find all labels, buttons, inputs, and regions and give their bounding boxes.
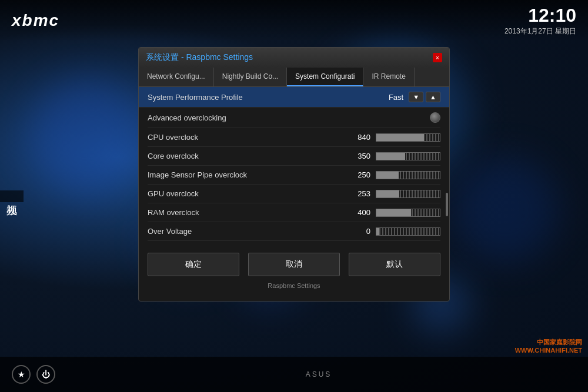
clock-date: 2013年1月27日 星期日	[505, 26, 576, 36]
cpu-value: 840	[358, 133, 370, 142]
core-value: 350	[358, 152, 370, 160]
tab-system[interactable]: System Configurati	[287, 68, 363, 86]
ram-value: 400	[358, 208, 370, 217]
ram-slider[interactable]	[376, 209, 440, 217]
setting-row-isp[interactable]: Image Sensor Pipe overclock 250	[148, 166, 440, 185]
tab-bar: Network Configu... Nightly Build Co... S…	[139, 68, 449, 87]
tab-nightly[interactable]: Nightly Build Co...	[214, 68, 287, 86]
dialog-title: 系统设置 - Raspbmc Settings	[146, 52, 253, 63]
tab-ir[interactable]: IR Remote	[363, 68, 414, 86]
close-button[interactable]: ×	[433, 53, 442, 62]
side-label: 视频	[0, 190, 24, 202]
setting-row-gpu[interactable]: GPU overclock 253	[148, 185, 440, 203]
clock-time: 12:10	[505, 5, 576, 26]
core-slider[interactable]	[376, 152, 440, 160]
dialog-title-main: Raspbmc Settings	[186, 52, 253, 62]
isp-slider-fill	[376, 172, 399, 179]
star-icon[interactable]: ★	[12, 365, 31, 384]
header-bar: xbmc 12:10 2013年1月27日 星期日	[0, 0, 588, 41]
voltage-slider-fill	[376, 228, 379, 235]
voltage-slider-container[interactable]: 0	[366, 227, 440, 236]
dialog-titlebar: 系统设置 - Raspbmc Settings ×	[139, 48, 449, 68]
core-slider-container[interactable]: 350	[358, 152, 440, 160]
setting-label-isp: Image Sensor Pipe overclock	[148, 170, 358, 179]
voltage-slider[interactable]	[376, 227, 440, 236]
dialog-title-prefix: 系统设置 -	[146, 52, 186, 62]
isp-slider-container[interactable]: 250	[358, 170, 440, 179]
core-slider-fill	[376, 153, 405, 160]
setting-row-cpu[interactable]: CPU overclock 840	[148, 128, 440, 147]
cpu-slider-container[interactable]: 840	[358, 133, 440, 142]
setting-label-core: Core overclock	[148, 152, 358, 160]
dialog-buttons: 确定 取消 默认	[139, 253, 449, 276]
settings-content: System Performance Profile Fast ▼ ▲ Adva…	[139, 87, 449, 241]
setting-label-ram: RAM overclock	[148, 208, 358, 217]
setting-row-core[interactable]: Core overclock 350	[148, 147, 440, 166]
scrollbar-thumb	[446, 193, 448, 216]
cancel-button[interactable]: 取消	[248, 253, 340, 276]
setting-label-gpu: GPU overclock	[148, 189, 358, 198]
setting-label-cpu: CPU overclock	[148, 133, 358, 142]
performance-dropdown-up[interactable]: ▲	[426, 92, 440, 102]
tab-network[interactable]: Network Configu...	[139, 68, 214, 86]
isp-value: 250	[358, 170, 370, 179]
performance-dropdown-down[interactable]: ▼	[409, 92, 423, 102]
asus-label: ASUS	[61, 370, 576, 378]
setting-row-ram[interactable]: RAM overclock 400	[148, 203, 440, 222]
clock-area: 12:10 2013年1月27日 星期日	[505, 5, 576, 36]
setting-label-performance: System Performance Profile	[148, 93, 389, 102]
ram-slider-fill	[376, 209, 411, 216]
setting-row-advanced[interactable]: Advanced overclocking	[148, 108, 440, 128]
power-icon[interactable]: ⏻	[36, 365, 55, 384]
watermark-line2: WWW.CHINAHIFI.NET	[515, 347, 582, 354]
cpu-slider-fill	[376, 134, 424, 141]
app-logo: xbmc	[12, 11, 59, 30]
advanced-toggle[interactable]	[430, 112, 440, 123]
settings-dialog: 系统设置 - Raspbmc Settings × Network Config…	[138, 47, 450, 301]
isp-slider[interactable]	[376, 171, 440, 179]
gpu-slider[interactable]	[376, 190, 440, 198]
cpu-slider[interactable]	[376, 133, 440, 142]
setting-row-voltage[interactable]: Over Voltage 0	[148, 222, 440, 241]
watermark-line1: 中国家庭影院网	[515, 338, 582, 347]
gpu-value: 253	[358, 189, 370, 198]
gpu-slider-container[interactable]: 253	[358, 189, 440, 198]
default-button[interactable]: 默认	[349, 253, 440, 276]
bottom-bar: ★ ⏻ ASUS	[0, 357, 588, 392]
setting-label-voltage: Over Voltage	[148, 227, 366, 236]
ram-slider-container[interactable]: 400	[358, 208, 440, 217]
watermark: 中国家庭影院网 WWW.CHINAHIFI.NET	[515, 338, 582, 354]
ok-button[interactable]: 确定	[148, 253, 239, 276]
performance-control[interactable]: Fast ▼ ▲	[389, 92, 440, 102]
voltage-value: 0	[366, 227, 370, 236]
performance-value: Fast	[389, 93, 403, 102]
setting-row-performance[interactable]: System Performance Profile Fast ▼ ▲	[139, 87, 449, 108]
gpu-slider-fill	[376, 190, 399, 197]
dialog-footer: Raspbmc Settings	[139, 282, 449, 289]
scrollbar[interactable]	[446, 193, 448, 206]
setting-label-advanced: Advanced overclocking	[148, 113, 430, 122]
